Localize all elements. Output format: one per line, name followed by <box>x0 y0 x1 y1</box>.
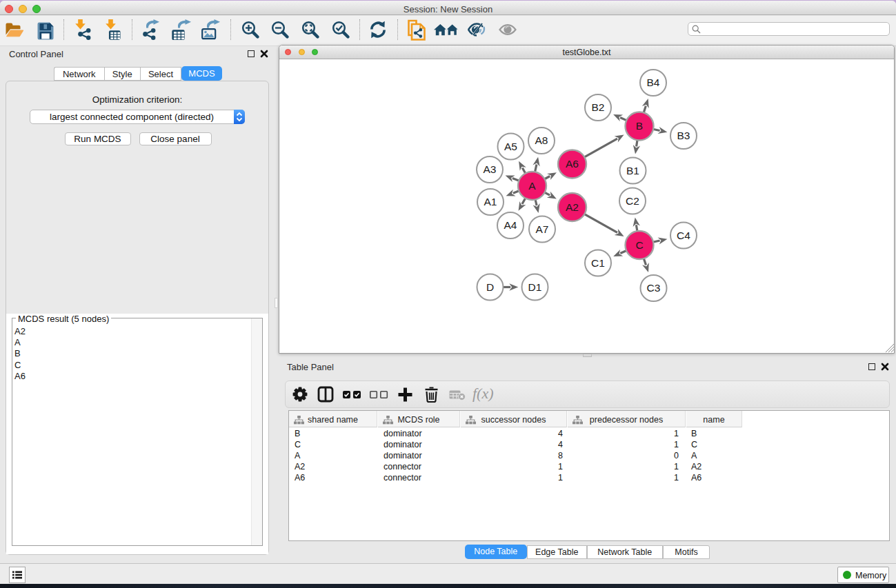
svg-text:D: D <box>486 281 494 293</box>
svg-text:B3: B3 <box>677 130 690 141</box>
svg-text:A7: A7 <box>536 223 549 235</box>
svg-text:C: C <box>635 239 643 251</box>
svg-text:A1: A1 <box>484 196 497 207</box>
svg-text:A6: A6 <box>566 158 579 170</box>
svg-text:C2: C2 <box>626 195 639 207</box>
svg-text:A5: A5 <box>504 141 517 152</box>
svg-text:A8: A8 <box>535 134 548 146</box>
svg-text:B: B <box>636 120 643 132</box>
svg-text:C1: C1 <box>591 257 605 269</box>
svg-text:A2: A2 <box>566 201 579 213</box>
svg-text:B2: B2 <box>592 101 605 113</box>
svg-text:C3: C3 <box>647 282 661 294</box>
svg-text:B4: B4 <box>647 77 660 88</box>
svg-text:A: A <box>528 180 536 192</box>
svg-text:D1: D1 <box>528 281 542 293</box>
svg-text:A4: A4 <box>504 219 517 231</box>
svg-text:C4: C4 <box>677 230 690 241</box>
svg-text:B1: B1 <box>626 165 639 176</box>
svg-text:A3: A3 <box>484 163 497 175</box>
